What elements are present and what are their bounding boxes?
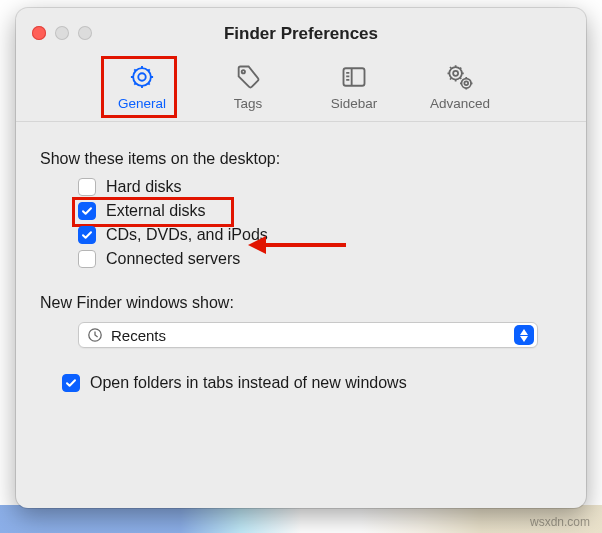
tag-icon [233, 62, 263, 92]
checkbox-hard-disks[interactable] [78, 178, 96, 196]
tab-general-label: General [118, 96, 166, 111]
checkbox-label-open-in-tabs: Open folders in tabs instead of new wind… [90, 374, 407, 392]
toolbar-tabs: General Tags Sideb [16, 60, 586, 122]
gear-icon [127, 62, 157, 92]
checkbox-label-hard-disks: Hard disks [106, 178, 182, 196]
svg-point-10 [464, 81, 468, 85]
new-windows-value: Recents [111, 327, 506, 344]
checkbox-open-in-tabs[interactable] [62, 374, 80, 392]
watermark-text: wsxdn.com [530, 515, 590, 529]
checkbox-cds-dvds-ipods[interactable] [78, 226, 96, 244]
tab-general[interactable]: General [107, 62, 177, 111]
tab-tags[interactable]: Tags [213, 62, 283, 111]
window-controls [32, 26, 92, 40]
svg-point-0 [138, 73, 145, 80]
svg-point-11 [462, 79, 472, 89]
svg-point-2 [242, 70, 245, 73]
svg-point-8 [453, 71, 458, 76]
window-title: Finder Preferences [224, 24, 378, 44]
tab-tags-label: Tags [234, 96, 263, 111]
select-stepper-icon [514, 325, 534, 345]
new-windows-select[interactable]: Recents [78, 322, 538, 348]
checkbox-connected-servers[interactable] [78, 250, 96, 268]
checkbox-label-cds-dvds-ipods: CDs, DVDs, and iPods [106, 226, 268, 244]
checkbox-row-connected-servers: Connected servers [78, 250, 562, 268]
tab-advanced-label: Advanced [430, 96, 490, 111]
titlebar: Finder Preferences [16, 8, 586, 60]
minimize-window-button[interactable] [55, 26, 69, 40]
close-window-button[interactable] [32, 26, 46, 40]
checkbox-external-disks[interactable] [78, 202, 96, 220]
sidebar-icon [339, 62, 369, 92]
svg-point-1 [133, 68, 151, 86]
tab-sidebar[interactable]: Sidebar [319, 62, 389, 111]
checkbox-label-external-disks: External disks [106, 202, 206, 220]
desktop-items-label: Show these items on the desktop: [40, 150, 562, 168]
desktop-items-list: Hard disks External disks CDs, DVDs, and… [78, 178, 562, 268]
gears-icon [445, 62, 475, 92]
clock-icon [87, 327, 103, 343]
general-pane: Show these items on the desktop: Hard di… [16, 122, 586, 392]
checkbox-row-open-in-tabs: Open folders in tabs instead of new wind… [62, 374, 562, 392]
checkbox-row-hard-disks: Hard disks [78, 178, 562, 196]
preferences-window: Finder Preferences General Tags [16, 8, 586, 508]
checkbox-label-connected-servers: Connected servers [106, 250, 240, 268]
checkbox-row-external-disks: External disks [78, 202, 562, 220]
tab-sidebar-label: Sidebar [331, 96, 378, 111]
checkbox-row-cds-dvds-ipods: CDs, DVDs, and iPods [78, 226, 562, 244]
zoom-window-button[interactable] [78, 26, 92, 40]
tab-advanced[interactable]: Advanced [425, 62, 495, 111]
new-windows-label: New Finder windows show: [40, 294, 562, 312]
